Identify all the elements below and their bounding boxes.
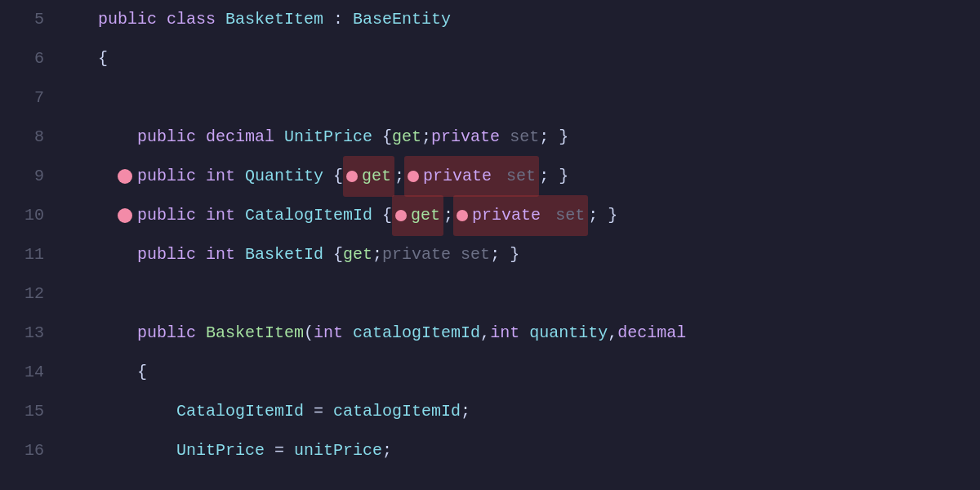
semi1-11: ; [372, 235, 382, 274]
breakpoint-9[interactable] [118, 169, 132, 184]
code-content-9: public int Quantity { get ; private set [137, 156, 980, 197]
highlighted-private-set-9: private set [404, 156, 539, 197]
code-content-8: public decimal UnitPrice { get ; private… [137, 118, 980, 157]
assign-rhs-16: unitPrice [294, 431, 382, 470]
set-8: set [510, 118, 539, 157]
param-qty-13: quantity [529, 314, 608, 353]
open-acc-11: { [333, 235, 343, 274]
bp-col-10 [113, 208, 137, 223]
kw-int-10: int [206, 196, 235, 235]
kw-public-8: public [137, 118, 196, 157]
line-num-7: 7 [8, 78, 57, 118]
open-acc-9: { [333, 157, 343, 196]
code-content-13: public BasketItem ( int catalogItemId , … [137, 314, 980, 353]
set-10: set [555, 196, 585, 235]
line-num-10: 10 [8, 196, 57, 235]
code-content-14: { [137, 353, 980, 392]
code-line-9: public int Quantity { get ; private set [74, 157, 980, 196]
eq-15: = [314, 392, 323, 431]
kw-int-9: int [206, 157, 235, 196]
line-numbers: 5 6 7 8 9 10 11 12 13 14 15 16 [0, 0, 65, 490]
kw-private-9: private [423, 157, 492, 196]
open-acc-8: { [382, 118, 392, 157]
get-8: get [392, 118, 421, 157]
highlighted-get-9: get [343, 156, 394, 197]
line-num-16: 16 [8, 431, 57, 470]
kw-int-11: int [206, 235, 235, 274]
semi2-9: ; } [539, 157, 568, 196]
set-11: set [461, 235, 490, 274]
open-brace-14: { [137, 353, 147, 392]
eq-16: = [274, 431, 284, 470]
dot-private-10 [457, 210, 468, 221]
base-name-5: BaseEntity [353, 0, 451, 39]
open-acc-10: { [382, 196, 392, 235]
code-content-11: public int BasketId { get ; private set … [137, 235, 980, 274]
highlighted-get-10: get [392, 195, 443, 236]
code-editor: 5 6 7 8 9 10 11 12 13 14 15 16 public cl… [0, 0, 980, 490]
kw-public-11: public [137, 235, 196, 274]
dot-get-10 [395, 210, 407, 221]
prop-catalogitemid-10: CatalogItemId [245, 196, 372, 235]
param-catalog-13: catalogItemId [353, 314, 480, 353]
line-num-12: 12 [8, 274, 57, 314]
semi2-8: ; } [539, 118, 568, 157]
kw-private-8: private [431, 118, 500, 157]
semi1-8: ; [421, 118, 431, 157]
line-num-6: 6 [8, 39, 57, 78]
semi1-10: ; [443, 196, 453, 235]
line-num-9: 9 [8, 157, 57, 196]
code-area: public class BasketItem : BaseEntity { [65, 0, 980, 490]
semi-16: ; [382, 431, 392, 470]
dot-private-9 [408, 171, 419, 182]
private-11: private [382, 235, 451, 274]
semi2-10: ; } [588, 196, 617, 235]
highlighted-private-set-10: private set [453, 195, 588, 236]
comma-13a: , [480, 314, 490, 353]
line-num-11: 11 [8, 235, 57, 274]
line-num-8: 8 [8, 118, 57, 157]
assign-lhs-16: UnitPrice [176, 431, 265, 470]
code-line-12 [74, 274, 980, 314]
dot-get-9 [346, 171, 358, 182]
kw-int-13a: int [314, 314, 343, 353]
semi2-11: ; } [490, 235, 519, 274]
line-num-15: 15 [8, 392, 57, 431]
code-content-6: { [98, 39, 980, 78]
ctor-name-13: BasketItem [206, 314, 304, 353]
bp-col-9 [113, 169, 137, 184]
kw-public-13: public [137, 314, 196, 353]
prop-basketid-11: BasketId [245, 235, 323, 274]
breakpoint-10[interactable] [118, 208, 132, 223]
code-line-5: public class BasketItem : BaseEntity [74, 0, 980, 39]
open-brace-6: { [98, 39, 108, 78]
prop-quantity-9: Quantity [245, 157, 323, 196]
kw-public-10: public [137, 196, 196, 235]
comma-13b: , [608, 314, 617, 353]
paren-13: ( [304, 314, 314, 353]
semi-15: ; [461, 392, 470, 431]
code-line-6: { [74, 39, 980, 78]
line-num-5: 5 [8, 0, 57, 39]
code-line-7 [74, 78, 980, 118]
code-line-13: public BasketItem ( int catalogItemId , … [74, 314, 980, 353]
assign-lhs-15: CatalogItemId [176, 392, 304, 431]
kw-decimal-8: decimal [206, 118, 274, 157]
get-9: get [362, 157, 391, 196]
kw-decimal-13: decimal [617, 314, 686, 353]
code-line-15: CatalogItemId = catalogItemId ; [74, 392, 980, 431]
line-num-14: 14 [8, 353, 57, 392]
code-line-14: { [74, 353, 980, 392]
class-name-5: BasketItem [225, 0, 323, 39]
kw-public-9: public [137, 157, 196, 196]
assign-rhs-15: catalogItemId [333, 392, 461, 431]
colon-5: : [333, 0, 343, 39]
kw-class-5: class [167, 0, 216, 39]
code-line-10: public int CatalogItemId { get ; private… [74, 196, 980, 235]
code-line-16: UnitPrice = unitPrice ; [74, 431, 980, 470]
code-line-8: public decimal UnitPrice { get ; private… [74, 118, 980, 157]
code-line-11: public int BasketId { get ; private set … [74, 235, 980, 274]
line-num-13: 13 [8, 314, 57, 353]
kw-int-13b: int [490, 314, 519, 353]
code-content-16: UnitPrice = unitPrice ; [176, 431, 980, 470]
